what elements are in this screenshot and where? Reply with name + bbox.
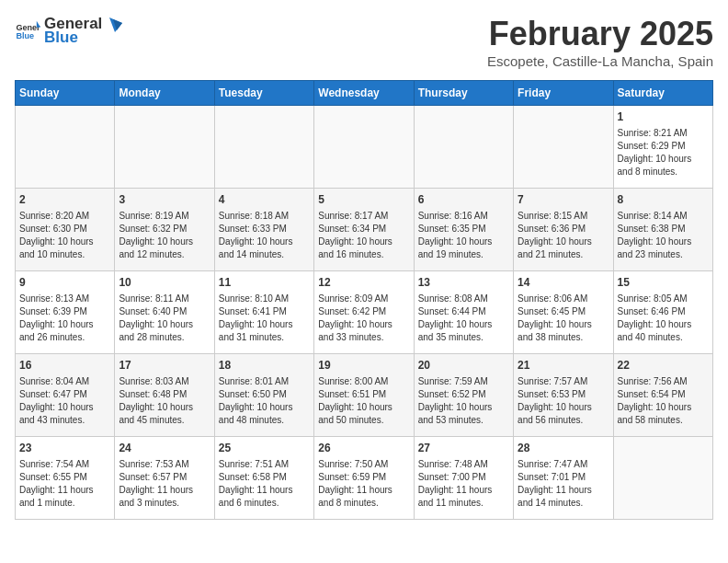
day-number: 1 xyxy=(618,109,709,125)
calendar-cell: 19Sunrise: 8:00 AM Sunset: 6:51 PM Dayli… xyxy=(314,354,414,437)
day-info: Sunrise: 8:09 AM Sunset: 6:42 PM Dayligh… xyxy=(318,293,409,344)
page-title: February 2025 xyxy=(487,15,713,53)
calendar-table: SundayMondayTuesdayWednesdayThursdayFrid… xyxy=(15,80,713,520)
calendar-cell xyxy=(414,106,513,189)
calendar-cell xyxy=(514,106,613,189)
day-info: Sunrise: 7:48 AM Sunset: 7:00 PM Dayligh… xyxy=(418,458,509,510)
day-info: Sunrise: 7:57 AM Sunset: 6:53 PM Dayligh… xyxy=(518,375,609,427)
day-number: 21 xyxy=(518,358,609,373)
calendar-cell: 6Sunrise: 8:16 AM Sunset: 6:35 PM Daylig… xyxy=(414,189,513,271)
calendar-cell: 12Sunrise: 8:09 AM Sunset: 6:42 PM Dayli… xyxy=(314,271,414,354)
calendar-cell xyxy=(115,106,214,189)
calendar-cell: 11Sunrise: 8:10 AM Sunset: 6:41 PM Dayli… xyxy=(214,271,313,354)
calendar-cell xyxy=(214,106,313,189)
day-info: Sunrise: 8:10 AM Sunset: 6:41 PM Dayligh… xyxy=(219,293,310,344)
day-number: 12 xyxy=(318,275,409,291)
calendar-cell xyxy=(613,437,712,520)
day-number: 8 xyxy=(618,192,709,208)
calendar-cell: 10Sunrise: 8:11 AM Sunset: 6:40 PM Dayli… xyxy=(115,271,214,354)
day-info: Sunrise: 8:19 AM Sunset: 6:32 PM Dayligh… xyxy=(119,210,210,261)
day-info: Sunrise: 7:50 AM Sunset: 6:59 PM Dayligh… xyxy=(318,458,409,510)
day-number: 23 xyxy=(19,441,110,456)
day-number: 19 xyxy=(318,358,409,373)
day-number: 20 xyxy=(418,358,509,373)
day-info: Sunrise: 7:54 AM Sunset: 6:55 PM Dayligh… xyxy=(19,458,110,510)
day-number: 14 xyxy=(518,275,609,291)
day-number: 9 xyxy=(19,275,110,291)
calendar-week-row: 9Sunrise: 8:13 AM Sunset: 6:39 PM Daylig… xyxy=(16,271,713,354)
day-info: Sunrise: 7:59 AM Sunset: 6:52 PM Dayligh… xyxy=(418,375,509,427)
calendar-cell: 16Sunrise: 8:04 AM Sunset: 6:47 PM Dayli… xyxy=(16,354,115,437)
calendar-cell: 21Sunrise: 7:57 AM Sunset: 6:53 PM Dayli… xyxy=(514,354,613,437)
calendar-cell: 9Sunrise: 8:13 AM Sunset: 6:39 PM Daylig… xyxy=(16,271,115,354)
day-number: 27 xyxy=(418,441,509,456)
day-info: Sunrise: 8:18 AM Sunset: 6:33 PM Dayligh… xyxy=(219,210,310,261)
calendar-cell xyxy=(314,106,414,189)
weekday-header-friday: Friday xyxy=(514,81,613,106)
calendar-cell xyxy=(16,106,115,189)
weekday-header-sunday: Sunday xyxy=(16,81,115,106)
calendar-week-row: 23Sunrise: 7:54 AM Sunset: 6:55 PM Dayli… xyxy=(16,437,713,520)
calendar-cell: 2Sunrise: 8:20 AM Sunset: 6:30 PM Daylig… xyxy=(16,189,115,271)
calendar-cell: 28Sunrise: 7:47 AM Sunset: 7:01 PM Dayli… xyxy=(514,437,613,520)
day-number: 6 xyxy=(418,192,509,208)
calendar-cell: 13Sunrise: 8:08 AM Sunset: 6:44 PM Dayli… xyxy=(414,271,513,354)
day-info: Sunrise: 8:21 AM Sunset: 6:29 PM Dayligh… xyxy=(618,127,709,178)
calendar-cell: 3Sunrise: 8:19 AM Sunset: 6:32 PM Daylig… xyxy=(115,189,214,271)
calendar-cell: 20Sunrise: 7:59 AM Sunset: 6:52 PM Dayli… xyxy=(414,354,513,437)
header: General Blue General Blue February 2025 … xyxy=(15,15,713,69)
day-number: 22 xyxy=(618,358,709,373)
day-number: 13 xyxy=(418,275,509,291)
weekday-header-monday: Monday xyxy=(115,81,214,106)
calendar-cell: 7Sunrise: 8:15 AM Sunset: 6:36 PM Daylig… xyxy=(514,189,613,271)
day-info: Sunrise: 8:13 AM Sunset: 6:39 PM Dayligh… xyxy=(19,293,110,344)
day-number: 15 xyxy=(618,275,709,291)
day-number: 4 xyxy=(219,192,310,208)
day-info: Sunrise: 8:11 AM Sunset: 6:40 PM Dayligh… xyxy=(119,293,210,344)
calendar-cell: 26Sunrise: 7:50 AM Sunset: 6:59 PM Dayli… xyxy=(314,437,414,520)
logo: General Blue General Blue xyxy=(15,15,122,47)
page-subtitle: Escopete, Castille-La Mancha, Spain xyxy=(487,53,713,69)
calendar-cell: 17Sunrise: 8:03 AM Sunset: 6:48 PM Dayli… xyxy=(115,354,214,437)
day-info: Sunrise: 8:16 AM Sunset: 6:35 PM Dayligh… xyxy=(418,210,509,261)
weekday-header-row: SundayMondayTuesdayWednesdayThursdayFrid… xyxy=(16,81,713,106)
day-number: 3 xyxy=(119,192,210,208)
day-info: Sunrise: 8:04 AM Sunset: 6:47 PM Dayligh… xyxy=(19,375,110,427)
day-info: Sunrise: 8:06 AM Sunset: 6:45 PM Dayligh… xyxy=(518,293,609,344)
calendar-cell: 14Sunrise: 8:06 AM Sunset: 6:45 PM Dayli… xyxy=(514,271,613,354)
title-area: February 2025 Escopete, Castille-La Manc… xyxy=(487,15,713,69)
calendar-cell: 18Sunrise: 8:01 AM Sunset: 6:50 PM Dayli… xyxy=(214,354,313,437)
day-info: Sunrise: 8:14 AM Sunset: 6:38 PM Dayligh… xyxy=(618,210,709,261)
day-info: Sunrise: 7:56 AM Sunset: 6:54 PM Dayligh… xyxy=(618,375,709,427)
day-number: 26 xyxy=(318,441,409,456)
day-info: Sunrise: 8:05 AM Sunset: 6:46 PM Dayligh… xyxy=(618,293,709,344)
day-number: 10 xyxy=(119,275,210,291)
logo-wing-icon xyxy=(102,16,122,34)
calendar-cell: 22Sunrise: 7:56 AM Sunset: 6:54 PM Dayli… xyxy=(613,354,712,437)
calendar-cell: 27Sunrise: 7:48 AM Sunset: 7:00 PM Dayli… xyxy=(414,437,513,520)
day-number: 5 xyxy=(318,192,409,208)
weekday-header-tuesday: Tuesday xyxy=(214,81,313,106)
calendar-cell: 1Sunrise: 8:21 AM Sunset: 6:29 PM Daylig… xyxy=(613,106,712,189)
calendar-cell: 5Sunrise: 8:17 AM Sunset: 6:34 PM Daylig… xyxy=(314,189,414,271)
calendar-week-row: 1Sunrise: 8:21 AM Sunset: 6:29 PM Daylig… xyxy=(16,106,713,189)
day-info: Sunrise: 7:47 AM Sunset: 7:01 PM Dayligh… xyxy=(518,458,609,510)
calendar-cell: 8Sunrise: 8:14 AM Sunset: 6:38 PM Daylig… xyxy=(613,189,712,271)
calendar-week-row: 2Sunrise: 8:20 AM Sunset: 6:30 PM Daylig… xyxy=(16,189,713,271)
day-number: 7 xyxy=(518,192,609,208)
svg-text:Blue: Blue xyxy=(16,31,34,40)
day-info: Sunrise: 8:03 AM Sunset: 6:48 PM Dayligh… xyxy=(119,375,210,427)
calendar-week-row: 16Sunrise: 8:04 AM Sunset: 6:47 PM Dayli… xyxy=(16,354,713,437)
day-number: 2 xyxy=(19,192,110,208)
day-info: Sunrise: 8:01 AM Sunset: 6:50 PM Dayligh… xyxy=(219,375,310,427)
day-info: Sunrise: 8:00 AM Sunset: 6:51 PM Dayligh… xyxy=(318,375,409,427)
calendar-cell: 24Sunrise: 7:53 AM Sunset: 6:57 PM Dayli… xyxy=(115,437,214,520)
day-number: 28 xyxy=(518,441,609,456)
day-info: Sunrise: 8:08 AM Sunset: 6:44 PM Dayligh… xyxy=(418,293,509,344)
day-number: 24 xyxy=(119,441,210,456)
day-info: Sunrise: 7:51 AM Sunset: 6:58 PM Dayligh… xyxy=(219,458,310,510)
day-number: 25 xyxy=(219,441,310,456)
day-number: 11 xyxy=(219,275,310,291)
day-info: Sunrise: 8:17 AM Sunset: 6:34 PM Dayligh… xyxy=(318,210,409,261)
weekday-header-saturday: Saturday xyxy=(613,81,712,106)
